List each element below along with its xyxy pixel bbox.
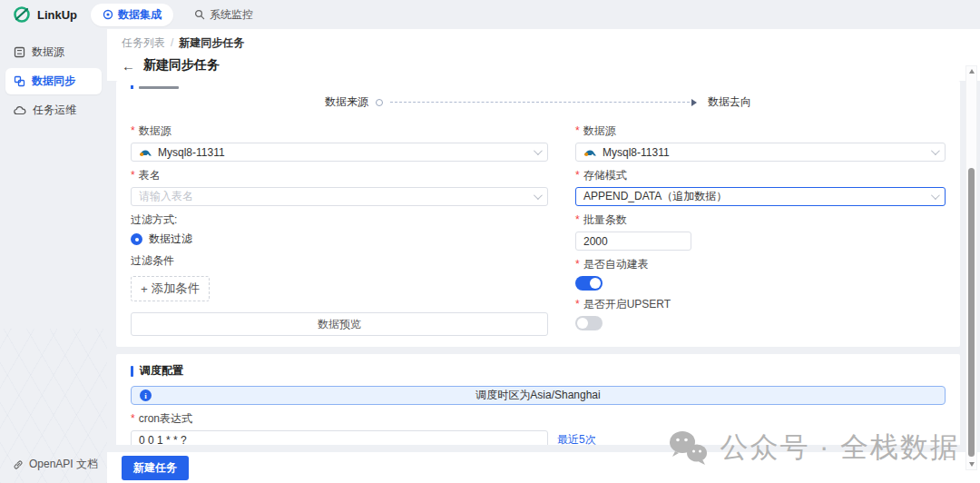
stepper-source-label: 数据来源 (325, 94, 368, 110)
stepper: 数据来源 数据去向 (131, 94, 946, 110)
filter-radio-label: 数据过滤 (149, 232, 192, 247)
target-datasource-select[interactable]: Mysql8-11311 (575, 143, 946, 162)
scrollbar[interactable] (965, 65, 977, 470)
topbar: LinkUp 数据集成 系统监控 (0, 0, 980, 29)
scroll-down-arrow[interactable] (969, 462, 975, 467)
source-table-select[interactable]: 请输入表名 (131, 187, 548, 206)
cron-input[interactable] (131, 430, 548, 445)
upsert-toggle[interactable] (575, 316, 603, 330)
select-value: Mysql8-11311 (158, 146, 225, 159)
stepper-target-label: 数据去向 (708, 94, 751, 110)
integration-icon (103, 9, 113, 20)
schedule-card: 调度配置 i 调度时区为Asia/Shanghai *cron表达式 最近5次 … (116, 354, 960, 445)
sync-config-card: 数据来源 数据去向 *数据源 (116, 81, 960, 347)
batch-count-label: *批量条数 (575, 212, 946, 228)
storage-mode-label: *存储模式 (575, 168, 946, 183)
stepper-arrow-icon (691, 99, 701, 106)
database-icon (14, 46, 25, 58)
linkup-logo (13, 5, 31, 24)
target-panel: *数据源 Mysql8-11311 (575, 117, 946, 336)
source-datasource-select[interactable]: Mysql8-11311 (131, 143, 548, 162)
data-preview-button[interactable]: 数据预览 (131, 312, 548, 336)
breadcrumb: 任务列表/新建同步任务 (122, 35, 965, 51)
chevron-down-icon (931, 191, 940, 200)
sync-icon (14, 75, 25, 87)
main-content: 任务列表/新建同步任务 ← 新建同步任务 数据来源 数据去向 (107, 29, 980, 483)
back-icon[interactable]: ← (122, 59, 135, 73)
stepper-dashed-line (390, 102, 690, 103)
sidebar-item-label: 数据源 (32, 44, 64, 60)
app-name: LinkUp (37, 8, 77, 22)
select-value: APPEND_DATA（追加数据） (583, 189, 727, 204)
link-icon (13, 459, 24, 470)
footer-action-bar: 新建任务 (107, 452, 980, 483)
schedule-section-title: 调度配置 (131, 363, 946, 379)
sidebar-item-datasource[interactable]: 数据源 (5, 39, 102, 65)
scroll-thumb[interactable] (968, 168, 975, 457)
sidebar-item-label: 数据同步 (32, 74, 75, 89)
tab-system-monitor[interactable]: 系统监控 (182, 4, 265, 26)
stepper-circle (376, 99, 383, 106)
tab-label: 数据集成 (118, 7, 162, 23)
sidebar-item-label: 任务运维 (33, 103, 76, 118)
select-value: Mysql8-11311 (603, 146, 670, 159)
upsert-label: *是否开启UPSERT (575, 297, 946, 312)
tab-label: 系统监控 (210, 7, 253, 23)
page-header: 任务列表/新建同步任务 ← 新建同步任务 (107, 29, 980, 81)
filter-radio-data[interactable]: 数据过滤 (131, 232, 192, 247)
required-mark: * (131, 124, 135, 137)
section-accent-bar (131, 366, 133, 377)
select-placeholder: 请输入表名 (139, 189, 193, 204)
scroll-up-arrow[interactable] (969, 69, 975, 74)
filter-mode-label: 过滤方式: (131, 212, 548, 228)
breadcrumb-current: 新建同步任务 (179, 36, 244, 49)
batch-count-input[interactable] (575, 232, 691, 251)
chevron-down-icon (534, 191, 543, 200)
sidebar: 数据源 数据同步 任务运维 OpenAPI 文档 (0, 29, 107, 483)
add-condition-button[interactable]: + 添加条件 (131, 276, 210, 301)
storage-mode-select[interactable]: APPEND_DATA（追加数据） (575, 187, 946, 206)
timezone-alert: i 调度时区为Asia/Shanghai (131, 386, 946, 405)
topbar-tabs: 数据集成 系统监控 (91, 4, 265, 26)
plus-icon: + (141, 282, 148, 296)
openapi-doc-label: OpenAPI 文档 (29, 457, 98, 472)
radio-checked-icon (131, 233, 142, 245)
chevron-down-icon (931, 146, 940, 155)
openapi-doc-link[interactable]: OpenAPI 文档 (13, 457, 98, 472)
breadcrumb-parent[interactable]: 任务列表 (122, 36, 165, 49)
sidebar-item-datasync[interactable]: 数据同步 (5, 68, 102, 94)
submit-button[interactable]: 新建任务 (122, 456, 189, 480)
auto-create-table-label: *是否自动建表 (575, 257, 946, 272)
filter-condition-label: 过滤条件 (131, 253, 548, 269)
breadcrumb-separator: / (171, 36, 173, 49)
info-icon: i (140, 389, 152, 401)
tab-data-integration[interactable]: 数据集成 (91, 4, 173, 26)
source-panel: *数据源 Mysql8-11311 (131, 117, 548, 336)
mysql-icon (139, 147, 152, 157)
recent-runs-link[interactable]: 最近5次 (557, 432, 596, 445)
alert-text: 调度时区为Asia/Shanghai (132, 388, 945, 403)
auto-create-toggle[interactable] (575, 276, 603, 291)
source-table-label: *表名 (131, 168, 548, 183)
scroll-content: 数据来源 数据去向 *数据源 (107, 81, 980, 445)
page-title: 新建同步任务 (143, 57, 220, 74)
chevron-down-icon (534, 146, 543, 155)
title-row: ← 新建同步任务 (122, 51, 965, 79)
mysql-icon (583, 147, 597, 157)
cron-label: *cron表达式 (131, 411, 946, 427)
monitor-icon (194, 9, 205, 20)
clipped-section-header (131, 84, 946, 89)
cloud-icon (14, 105, 26, 116)
source-datasource-label: *数据源 (131, 123, 548, 139)
sidebar-item-task-ops[interactable]: 任务运维 (5, 97, 102, 123)
target-datasource-label: *数据源 (575, 123, 946, 139)
